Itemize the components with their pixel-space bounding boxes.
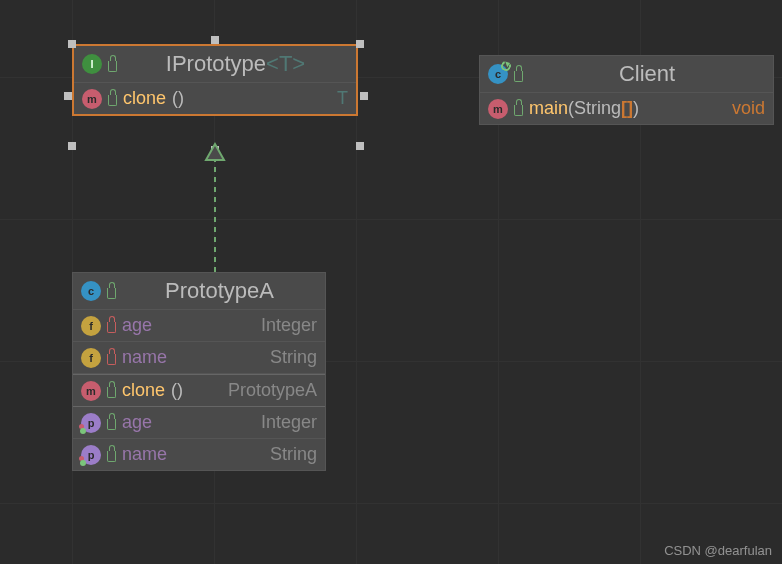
field-type: String xyxy=(270,347,317,368)
method-name: clone xyxy=(122,380,165,401)
property-name: age xyxy=(122,412,152,433)
field-row[interactable]: f name String xyxy=(73,342,325,374)
lock-icon xyxy=(514,105,523,116)
runnable-arrow-icon xyxy=(499,59,512,72)
method-icon: m xyxy=(81,381,101,401)
lock-icon xyxy=(108,61,117,72)
uml-class-prototypea[interactable]: c PrototypeA f age Integer f name String… xyxy=(72,272,326,471)
return-type: void xyxy=(732,98,765,119)
method-row[interactable]: m clone() PrototypeA xyxy=(73,374,325,407)
method-parens: () xyxy=(171,380,183,401)
title-row: I IPrototype<T> xyxy=(74,46,356,83)
param-type: String xyxy=(574,98,621,118)
title-row: c Client xyxy=(480,56,773,93)
field-type: Integer xyxy=(261,315,317,336)
title-row: c PrototypeA xyxy=(73,273,325,310)
class-icon: c xyxy=(488,64,508,84)
interface-icon: I xyxy=(82,54,102,74)
resize-handle[interactable] xyxy=(356,142,364,150)
resize-handle[interactable] xyxy=(64,92,72,100)
method-row[interactable]: m main(String[]) void xyxy=(480,93,773,124)
param-brackets: [] xyxy=(621,98,633,118)
field-name: name xyxy=(122,347,167,368)
property-type: Integer xyxy=(261,412,317,433)
field-row[interactable]: f age Integer xyxy=(73,310,325,342)
watermark: CSDN @dearfulan xyxy=(664,543,772,558)
property-row[interactable]: p age Integer xyxy=(73,407,325,439)
method-icon: m xyxy=(82,89,102,109)
return-type: PrototypeA xyxy=(228,380,317,401)
class-title: Client xyxy=(529,61,765,87)
resize-handle[interactable] xyxy=(211,36,219,44)
lock-icon xyxy=(107,419,116,430)
lock-icon xyxy=(108,95,117,106)
method-icon: m xyxy=(488,99,508,119)
lock-private-icon xyxy=(107,354,116,365)
resize-handle[interactable] xyxy=(68,40,76,48)
resize-handle[interactable] xyxy=(68,142,76,150)
resize-handle[interactable] xyxy=(211,146,219,154)
title-name: IPrototype xyxy=(166,51,266,76)
property-icon: p xyxy=(81,413,101,433)
property-name: name xyxy=(122,444,167,465)
title-generic: <T> xyxy=(266,51,305,76)
property-type: String xyxy=(270,444,317,465)
class-title: PrototypeA xyxy=(122,278,317,304)
field-icon: f xyxy=(81,316,101,336)
lock-icon xyxy=(107,288,116,299)
method-parens: () xyxy=(172,88,184,109)
field-icon: f xyxy=(81,348,101,368)
implements-connector xyxy=(190,140,240,275)
lock-icon xyxy=(107,451,116,462)
close-paren: ) xyxy=(633,98,639,118)
method-row[interactable]: m clone() T xyxy=(74,83,356,114)
method-name: main xyxy=(529,98,568,118)
method-name: clone xyxy=(123,88,166,109)
field-name: age xyxy=(122,315,152,336)
uml-class-client[interactable]: c Client m main(String[]) void xyxy=(479,55,774,125)
resize-handle[interactable] xyxy=(360,92,368,100)
uml-interface-iprototype[interactable]: I IPrototype<T> m clone() T xyxy=(72,44,358,116)
class-title: IPrototype<T> xyxy=(123,51,348,77)
resize-handle[interactable] xyxy=(356,40,364,48)
return-type: T xyxy=(337,88,348,109)
property-icon: p xyxy=(81,445,101,465)
lock-private-icon xyxy=(107,322,116,333)
lock-icon xyxy=(514,71,523,82)
property-row[interactable]: p name String xyxy=(73,439,325,470)
lock-icon xyxy=(107,387,116,398)
class-icon: c xyxy=(81,281,101,301)
